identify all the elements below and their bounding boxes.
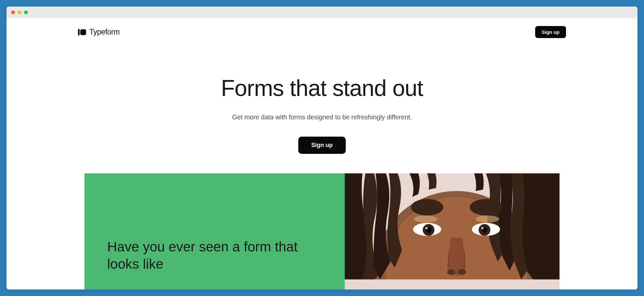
maximize-window-button[interactable] xyxy=(24,10,28,14)
hero-subtitle: Get more data with forms designed to be … xyxy=(6,114,638,121)
svg-point-12 xyxy=(481,227,483,229)
svg-point-15 xyxy=(447,269,455,275)
page-content: Typeform Sign up Forms that stand out Ge… xyxy=(6,18,638,289)
brand-name: Typeform xyxy=(89,28,120,36)
signup-button-header[interactable]: Sign up xyxy=(535,26,566,38)
feature-text-panel: Have you ever seen a form that looks lik… xyxy=(84,173,345,289)
hero-title: Forms that stand out xyxy=(6,75,638,101)
svg-point-3 xyxy=(411,199,444,216)
hero-section: Forms that stand out Get more data with … xyxy=(6,46,638,173)
signup-button-hero[interactable]: Sign up xyxy=(298,137,346,154)
svg-point-14 xyxy=(476,215,499,222)
feature-section: Have you ever seen a form that looks lik… xyxy=(84,173,560,289)
close-window-button[interactable] xyxy=(11,10,15,14)
window-controls xyxy=(11,10,28,14)
browser-window: Typeform Sign up Forms that stand out Ge… xyxy=(6,7,638,289)
person-face-image xyxy=(345,173,560,279)
logo-icon xyxy=(78,29,86,35)
svg-point-13 xyxy=(414,215,437,222)
minimize-window-button[interactable] xyxy=(18,10,21,14)
brand-logo[interactable]: Typeform xyxy=(78,28,120,36)
site-header: Typeform Sign up xyxy=(6,18,638,46)
svg-point-16 xyxy=(458,269,466,275)
feature-image-panel xyxy=(345,173,560,289)
window-title-bar xyxy=(6,7,638,18)
feature-question: Have you ever seen a form that looks lik… xyxy=(107,238,322,273)
svg-point-4 xyxy=(470,199,502,216)
svg-point-8 xyxy=(425,227,428,229)
